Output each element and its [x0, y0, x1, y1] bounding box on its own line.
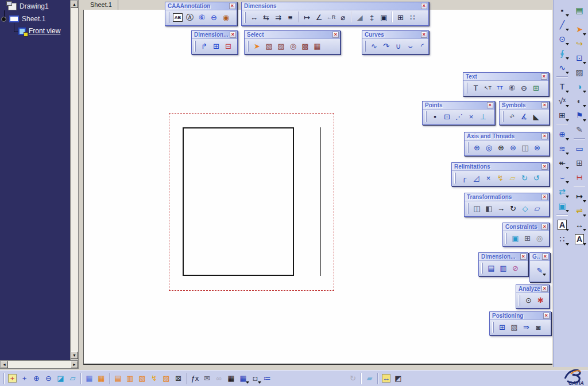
toolbar-titlebar[interactable]: Relimitations ×	[452, 163, 549, 171]
view-creation-icon[interactable]: ⊡	[572, 50, 586, 65]
text-replicate-icon[interactable]: TT	[494, 82, 506, 94]
center-line-icon[interactable]: ⊕	[555, 127, 569, 141]
generate-dimensions-step-icon[interactable]: ⇌	[572, 203, 586, 217]
swap-view-icon[interactable]: ↪	[572, 36, 586, 50]
flyout-arrow-icon[interactable]	[583, 33, 586, 36]
new-view-icon[interactable]: ▭	[572, 141, 586, 155]
toolbar-grip[interactable]	[505, 233, 507, 244]
close-icon[interactable]: ×	[541, 286, 548, 292]
tolerance-grid-icon[interactable]: ∷	[407, 11, 419, 24]
toolbar-titlebar[interactable]: Select ×	[245, 31, 340, 39]
intersection-point-icon[interactable]: ×	[465, 111, 477, 123]
update-icon[interactable]: ↻	[347, 372, 359, 384]
arrow-icon[interactable]: ↞	[555, 155, 569, 170]
line-icon[interactable]: ╱	[555, 17, 569, 32]
trim-icon[interactable]: ×	[482, 172, 494, 184]
erase-icon[interactable]: ▰	[363, 372, 376, 384]
close-icon[interactable]: ×	[541, 194, 548, 200]
sheet-edit-icon[interactable]: ✎	[572, 122, 586, 137]
toolbar-dimension-edition[interactable]: Dimension... × ↱⊞⊟	[191, 30, 238, 54]
point-set-icon[interactable]: ∺	[572, 170, 586, 184]
toolbar-grip[interactable]	[454, 173, 456, 184]
flyout-arrow-icon[interactable]	[566, 243, 569, 245]
chamfer-dimensions-icon[interactable]: ◢	[354, 11, 366, 24]
flyout-arrow-icon[interactable]	[566, 14, 569, 17]
geometric-constraint-icon[interactable]: ◎	[533, 232, 546, 244]
toolbar-titlebar[interactable]: Text ×	[463, 73, 548, 81]
view-table-icon[interactable]: ⊞	[572, 155, 586, 170]
dress-up-icon[interactable]: ◑	[572, 79, 586, 93]
measure-icon[interactable]: ↔	[380, 372, 392, 384]
position-independently-icon[interactable]: ⊞	[496, 321, 508, 333]
close-arc-icon[interactable]: ↻	[519, 172, 531, 184]
flyout-arrow-icon[interactable]	[566, 57, 569, 60]
dimension-edit-icon[interactable]: ↔	[572, 217, 586, 232]
toolbar-g[interactable]: G.. × ✎	[529, 252, 550, 282]
half-section-icon[interactable]: ◐	[572, 93, 586, 108]
close-icon[interactable]: ×	[541, 73, 547, 80]
toolbar-dimension-properties[interactable]: Dimension... × ▤▥⊘	[478, 252, 528, 276]
comment-icon[interactable]: ✉	[201, 372, 213, 384]
datum-target-icon[interactable]: ⊞	[394, 11, 407, 24]
intersecting-trap-icon[interactable]: ▨	[275, 40, 287, 52]
offset-icon[interactable]: ▱	[531, 202, 543, 215]
tree-vertical-scrollbar[interactable]: ▲ ▼	[70, 0, 79, 360]
welding-symbol-icon[interactable]: ∡	[518, 111, 530, 123]
align-using-lines-icon[interactable]: ⇒	[520, 321, 532, 333]
symmetry-icon[interactable]: ◧	[483, 202, 495, 215]
frame-arrow-icon[interactable]: A	[572, 232, 586, 246]
break-icon[interactable]: ↯	[494, 172, 506, 184]
datum-feature-icon[interactable]: ⊖	[518, 82, 530, 94]
toolbar-grip[interactable]	[481, 263, 483, 274]
spline-icon[interactable]: ∿	[368, 40, 380, 52]
toolbar-titlebar[interactable]: Dimension... ×	[479, 253, 528, 261]
superpose-icon[interactable]: ▧	[508, 321, 520, 333]
select-arrow-icon[interactable]: ➤	[572, 22, 586, 36]
thread-reference-icon[interactable]: ⊗	[531, 142, 543, 154]
translate-icon[interactable]: →	[495, 202, 507, 215]
roughness-symbol-icon[interactable]: √ˣ	[506, 111, 518, 123]
paint-stroke-select-icon[interactable]: ▩	[299, 40, 311, 52]
rotate-icon[interactable]: ↻	[507, 202, 519, 215]
toolbar-grip[interactable]	[467, 142, 469, 153]
intersect-curve-icon[interactable]: ⌣	[404, 40, 416, 52]
constraint-icon[interactable]: ▣	[555, 198, 569, 213]
annotation-clipboard-icon[interactable]: ✎	[534, 264, 546, 276]
toolbar-grip[interactable]	[425, 111, 427, 122]
toolbar-titlebar[interactable]: Points ×	[423, 102, 494, 110]
view-creation-wizard-icon[interactable]: ▥	[124, 372, 136, 384]
close-icon[interactable]: ×	[332, 32, 339, 38]
flyout-arrow-icon[interactable]	[566, 196, 569, 198]
scroll-down-icon[interactable]: ▼	[71, 352, 78, 359]
toolbar-titlebar[interactable]: Curves ×	[362, 31, 428, 39]
text-with-frame-icon[interactable]: AB	[172, 11, 184, 24]
close-icon[interactable]: ×	[421, 3, 427, 9]
outside-trap-icon[interactable]: ▦	[311, 40, 323, 52]
toolbar-analyze[interactable]: Analyze × ⊙✱	[516, 284, 550, 309]
flyout-arrow-icon[interactable]	[566, 210, 569, 212]
flyout-arrow-icon[interactable]	[566, 138, 569, 141]
toolbar-relimitations[interactable]: Relimitations × ╭◿×↯▱↻↺	[451, 162, 550, 186]
mirror-icon[interactable]: ◫	[471, 202, 483, 215]
analysis-display-icon[interactable]: ⊙	[523, 294, 535, 306]
tree-item-sheet[interactable]: Sheet.1	[1, 15, 45, 23]
flyout-arrow-icon[interactable]	[583, 229, 586, 231]
front-view-wizard-icon[interactable]: ▤	[112, 372, 124, 384]
toolbar-dimensions[interactable]: Dimensions × ↔⇆⇉≡↦∠←R⌀◢‡▣⊞∷	[241, 2, 429, 26]
arc-icon[interactable]: ◜	[416, 40, 428, 52]
grid-icon[interactable]: ▦	[83, 372, 95, 384]
close-icon[interactable]: ×	[487, 102, 493, 108]
reroute-dimension-icon[interactable]: ↱	[198, 40, 210, 52]
close-icon[interactable]: ×	[541, 224, 548, 230]
zoom-in-icon[interactable]: ⊕	[30, 372, 42, 384]
close-icon[interactable]: ×	[421, 32, 427, 38]
close-icon[interactable]: ×	[230, 32, 236, 38]
toolbar-caaannotation[interactable]: CAAAnnotation × ABⒶ⑥⊖◉	[165, 2, 237, 26]
equidistant-points-icon[interactable]: ⋰	[453, 111, 465, 123]
annotation-settings-icon[interactable]: ◉	[220, 11, 232, 24]
dimension-frame-icon[interactable]: ▣	[378, 11, 390, 24]
roughness-symbol-icon[interactable]: √ˣ	[555, 93, 569, 108]
chamfer-icon[interactable]: ◿	[470, 172, 482, 184]
dimension-system-icon[interactable]: ▤	[485, 262, 497, 274]
add-dimension-icon[interactable]: ⊞	[210, 40, 222, 52]
